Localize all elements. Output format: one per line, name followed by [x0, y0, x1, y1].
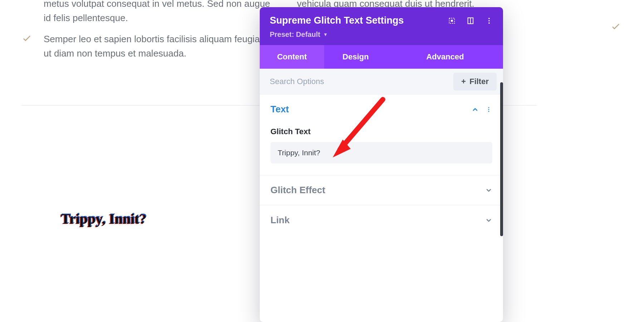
- svg-rect-1: [451, 20, 453, 22]
- section-title: Link: [270, 215, 485, 226]
- bullet-row: Semper leo et sapien lobortis facilisis …: [21, 32, 272, 61]
- tab-design[interactable]: Design: [324, 45, 387, 69]
- panel-header[interactable]: Supreme Glitch Text Settings Preset: Def…: [260, 7, 503, 45]
- preset-label: Preset: Default: [270, 30, 320, 39]
- search-row: + Filter: [260, 69, 503, 94]
- glitch-text-input[interactable]: [270, 142, 492, 164]
- svg-point-4: [488, 18, 490, 19]
- panel-title: Supreme Glitch Text Settings: [270, 15, 441, 26]
- section-title: Text: [270, 104, 472, 115]
- svg-point-8: [488, 109, 489, 110]
- section-header-glitch-effect[interactable]: Glitch Effect: [260, 175, 503, 205]
- glitch-layer-main: Trippy, Innit?: [61, 211, 146, 227]
- check-icon: [610, 21, 623, 33]
- svg-point-5: [488, 20, 490, 21]
- settings-panel: Supreme Glitch Text Settings Preset: Def…: [260, 7, 503, 322]
- glitch-text-preview[interactable]: Trippy, Innit? Trippy, Innit? Trippy, In…: [61, 210, 146, 227]
- chevron-down-icon: [485, 217, 492, 224]
- plus-icon: +: [461, 77, 466, 86]
- more-vertical-icon[interactable]: [485, 17, 493, 25]
- left-column: metus volutpat consequat in vel metus. S…: [21, 0, 272, 67]
- chevron-down-icon: [485, 187, 492, 194]
- chevron-up-icon: [472, 106, 479, 113]
- more-vertical-icon[interactable]: [485, 106, 492, 113]
- svg-point-9: [488, 111, 489, 112]
- bullet-text: metus volutpat consequat in vel metus. S…: [44, 0, 272, 25]
- panel-title-row: Supreme Glitch Text Settings: [270, 15, 493, 26]
- preset-dropdown[interactable]: Preset: Default ▼: [270, 30, 328, 39]
- section-header-link[interactable]: Link: [260, 205, 503, 235]
- check-icon: [21, 32, 34, 44]
- panel-tabs: Content Design Advanced: [260, 45, 503, 69]
- filter-button[interactable]: + Filter: [453, 73, 497, 91]
- expand-icon[interactable]: [448, 17, 456, 25]
- section-header-text[interactable]: Text: [260, 94, 503, 124]
- search-input[interactable]: [270, 77, 448, 86]
- section-title: Glitch Effect: [270, 185, 485, 196]
- section-body-text: Glitch Text: [260, 127, 503, 175]
- bullet-row: metus volutpat consequat in vel metus. S…: [21, 0, 272, 25]
- filter-label: Filter: [469, 77, 489, 86]
- caret-down-icon: ▼: [323, 32, 328, 37]
- section-glitch-effect: Glitch Effect: [260, 175, 503, 205]
- tab-advanced[interactable]: Advanced: [387, 45, 503, 69]
- section-text: Text Glitch Text: [260, 94, 503, 175]
- bullet-text: Semper leo et sapien lobortis facilisis …: [44, 32, 272, 61]
- scrollbar[interactable]: [500, 82, 503, 236]
- svg-point-7: [488, 107, 489, 108]
- svg-point-6: [488, 22, 490, 24]
- tab-content[interactable]: Content: [260, 45, 324, 69]
- section-link: Link: [260, 205, 503, 235]
- field-label-glitch-text: Glitch Text: [270, 127, 492, 136]
- responsive-icon[interactable]: [467, 17, 474, 25]
